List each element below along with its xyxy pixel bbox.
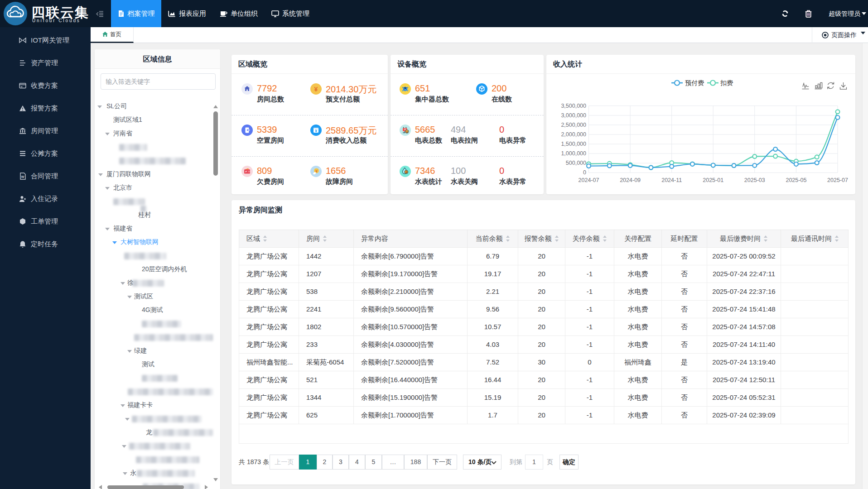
svg-text:2024-09: 2024-09	[620, 177, 641, 183]
svg-text:500,000: 500,000	[566, 160, 586, 166]
svg-text:¥: ¥	[315, 129, 317, 133]
svg-text:0: 0	[583, 169, 586, 176]
svg-text:预付费: 预付费	[685, 79, 704, 86]
svg-text:W: W	[21, 175, 24, 179]
svg-text:2,000,000: 2,000,000	[561, 131, 586, 138]
svg-text:2025-05: 2025-05	[786, 177, 806, 183]
svg-text:3,500,000: 3,500,000	[561, 103, 586, 109]
svg-text:¥: ¥	[314, 86, 318, 93]
svg-text:2,500,000: 2,500,000	[561, 122, 586, 128]
svg-text:1,000,000: 1,000,000	[561, 150, 586, 157]
svg-text:2024-11: 2024-11	[661, 177, 682, 183]
svg-text:2024-07: 2024-07	[579, 177, 599, 183]
svg-text:2025-01: 2025-01	[703, 177, 723, 183]
svg-text:扣费: 扣费	[720, 79, 733, 86]
svg-text:2025-07: 2025-07	[827, 177, 848, 183]
svg-text:2025-03: 2025-03	[744, 177, 765, 183]
svg-text:3,000,000: 3,000,000	[561, 112, 586, 119]
svg-text:1,500,000: 1,500,000	[561, 141, 586, 147]
